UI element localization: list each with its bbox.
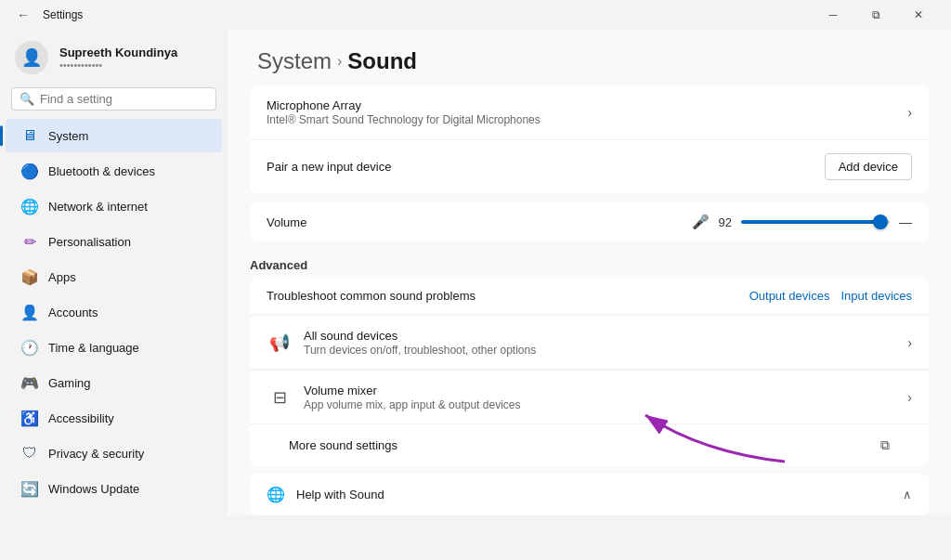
maximize-button[interactable]: ⧉ bbox=[854, 0, 897, 30]
external-link-icon: ⧉ bbox=[880, 437, 890, 453]
close-button[interactable]: ✕ bbox=[897, 0, 940, 30]
sidebar-item-network[interactable]: 🌐 Network & internet bbox=[6, 189, 222, 223]
sidebar: 👤 Supreeth Koundinya •••••••••••• 🔍 🖥 Sy… bbox=[0, 30, 228, 560]
troubleshoot-links: Output devices Input devices bbox=[749, 289, 912, 303]
output-devices-link[interactable]: Output devices bbox=[749, 289, 830, 303]
all-sound-devices-subtitle: Turn devices on/off, troubleshoot, other… bbox=[304, 344, 896, 357]
volume-mixer-subtitle: App volume mix, app input & output devic… bbox=[304, 398, 896, 411]
all-sound-devices-card: 📢 All sound devices Turn devices on/off,… bbox=[250, 317, 929, 370]
accounts-icon: 👤 bbox=[20, 303, 39, 321]
pair-input-device-label: Pair a new input device bbox=[267, 160, 814, 174]
personalisation-icon: ✏ bbox=[20, 232, 39, 251]
time-icon: 🕐 bbox=[20, 338, 39, 357]
volume-slider[interactable] bbox=[741, 220, 890, 224]
system-icon: 🖥 bbox=[20, 126, 39, 145]
user-section[interactable]: 👤 Supreeth Koundinya •••••••••••• bbox=[0, 30, 228, 82]
main-content: System › Sound Microphone Array Intel® S… bbox=[228, 30, 951, 515]
volume-mixer-content: Volume mixer App volume mix, app input &… bbox=[304, 384, 896, 411]
apps-icon: 📦 bbox=[20, 267, 39, 286]
sidebar-item-label: Accessibility bbox=[48, 411, 114, 425]
windows-update-icon: 🔄 bbox=[20, 479, 39, 498]
user-info: Supreeth Koundinya •••••••••••• bbox=[59, 46, 177, 71]
sound-device-icon: 📢 bbox=[267, 330, 293, 356]
chevron-right-icon: › bbox=[907, 390, 912, 405]
bluetooth-icon: 🔵 bbox=[20, 162, 39, 180]
microphone-array-subtitle: Intel® Smart Sound Technology for Digita… bbox=[267, 113, 896, 126]
pair-input-device-item[interactable]: Pair a new input device Add device bbox=[250, 140, 929, 193]
volume-minus-icon[interactable]: — bbox=[899, 215, 912, 229]
search-input[interactable] bbox=[40, 92, 208, 106]
volume-mixer-card: ⊟ Volume mixer App volume mix, app input… bbox=[250, 371, 929, 466]
volume-mixer-item[interactable]: ⊟ Volume mixer App volume mix, app input… bbox=[250, 371, 929, 424]
volume-mixer-title: Volume mixer bbox=[304, 384, 896, 397]
sidebar-item-label: Personalisation bbox=[48, 235, 131, 249]
help-section: 🌐 Help with Sound ∧ bbox=[250, 474, 929, 515]
troubleshoot-row: Troubleshoot common sound problems Outpu… bbox=[250, 278, 929, 315]
sidebar-item-label: Apps bbox=[48, 270, 76, 284]
app-title: Settings bbox=[43, 8, 83, 21]
search-icon: 🔍 bbox=[20, 92, 34, 106]
sidebar-item-label: Bluetooth & devices bbox=[48, 164, 155, 178]
sidebar-item-apps[interactable]: 📦 Apps bbox=[6, 260, 222, 293]
all-sound-devices-item[interactable]: 📢 All sound devices Turn devices on/off,… bbox=[250, 317, 929, 370]
volume-slider-thumb[interactable] bbox=[873, 215, 888, 229]
chevron-up-icon: ∧ bbox=[903, 488, 912, 501]
sidebar-item-accessibility[interactable]: ♿ Accessibility bbox=[6, 401, 222, 435]
content-header: System › Sound bbox=[228, 30, 951, 85]
sidebar-item-accounts[interactable]: 👤 Accounts bbox=[6, 295, 222, 329]
add-device-button[interactable]: Add device bbox=[825, 153, 912, 180]
chevron-right-icon: › bbox=[907, 105, 912, 120]
user-subtitle: •••••••••••• bbox=[59, 59, 177, 71]
more-sound-settings-label: More sound settings bbox=[289, 438, 880, 452]
all-sound-devices-content: All sound devices Turn devices on/off, t… bbox=[304, 329, 896, 357]
sidebar-item-label: Windows Update bbox=[48, 482, 139, 496]
breadcrumb-separator: › bbox=[337, 53, 342, 70]
window-controls: ─ ⧉ ✕ bbox=[812, 0, 940, 30]
sidebar-item-bluetooth[interactable]: 🔵 Bluetooth & devices bbox=[6, 154, 222, 188]
sidebar-item-label: Accounts bbox=[48, 306, 98, 319]
avatar: 👤 bbox=[15, 41, 48, 74]
privacy-icon: 🛡 bbox=[20, 444, 39, 462]
app-body: 👤 Supreeth Koundinya •••••••••••• 🔍 🖥 Sy… bbox=[0, 30, 951, 560]
advanced-section-header: Advanced bbox=[228, 251, 951, 278]
title-bar: ← Settings ─ ⧉ ✕ bbox=[0, 0, 951, 30]
sidebar-item-personalisation[interactable]: ✏ Personalisation bbox=[6, 225, 222, 258]
sidebar-item-windows-update[interactable]: 🔄 Windows Update bbox=[6, 472, 222, 505]
sidebar-item-label: Gaming bbox=[48, 376, 91, 390]
globe-icon: 🌐 bbox=[267, 486, 285, 503]
volume-row: Volume 🎤 92 — bbox=[250, 202, 929, 241]
troubleshoot-label: Troubleshoot common sound problems bbox=[267, 289, 749, 303]
accessibility-icon: ♿ bbox=[20, 409, 39, 427]
minimize-button[interactable]: ─ bbox=[812, 0, 854, 30]
microphone-array-item[interactable]: Microphone Array Intel® Smart Sound Tech… bbox=[250, 85, 929, 140]
back-button[interactable]: ← bbox=[11, 6, 35, 24]
chevron-right-icon: › bbox=[907, 335, 912, 350]
sidebar-item-privacy[interactable]: 🛡 Privacy & security bbox=[6, 436, 222, 470]
sidebar-item-label: Time & language bbox=[48, 341, 139, 355]
volume-slider-fill bbox=[741, 220, 875, 224]
breadcrumb: System › Sound bbox=[257, 48, 921, 74]
volume-value: 92 bbox=[719, 215, 732, 229]
network-icon: 🌐 bbox=[20, 197, 39, 215]
volume-controls: 🎤 92 — bbox=[692, 214, 912, 230]
sidebar-item-label: System bbox=[48, 129, 88, 143]
input-devices-link[interactable]: Input devices bbox=[840, 289, 912, 303]
sidebar-item-system[interactable]: 🖥 System bbox=[6, 119, 222, 152]
microphone-array-title: Microphone Array bbox=[267, 98, 896, 112]
pair-input-device-content: Pair a new input device bbox=[267, 160, 814, 174]
help-with-sound-item[interactable]: 🌐 Help with Sound ∧ bbox=[250, 474, 929, 515]
volume-mixer-icon: ⊟ bbox=[267, 384, 293, 410]
gaming-icon: 🎮 bbox=[20, 373, 39, 392]
volume-label: Volume bbox=[267, 215, 692, 229]
main-content-wrapper: System › Sound Microphone Array Intel® S… bbox=[228, 30, 951, 560]
microphone-array-card: Microphone Array Intel® Smart Sound Tech… bbox=[250, 85, 929, 193]
user-name: Supreeth Koundinya bbox=[59, 46, 177, 59]
sidebar-item-label: Privacy & security bbox=[48, 447, 144, 461]
more-sound-settings-item[interactable]: More sound settings ⧉ bbox=[272, 424, 906, 466]
title-bar-left: ← Settings bbox=[11, 6, 83, 24]
breadcrumb-current: Sound bbox=[347, 48, 417, 74]
sidebar-item-gaming[interactable]: 🎮 Gaming bbox=[6, 366, 222, 399]
microphone-array-content: Microphone Array Intel® Smart Sound Tech… bbox=[267, 98, 896, 126]
search-box[interactable]: 🔍 bbox=[11, 87, 216, 111]
sidebar-item-time[interactable]: 🕐 Time & language bbox=[6, 331, 222, 364]
